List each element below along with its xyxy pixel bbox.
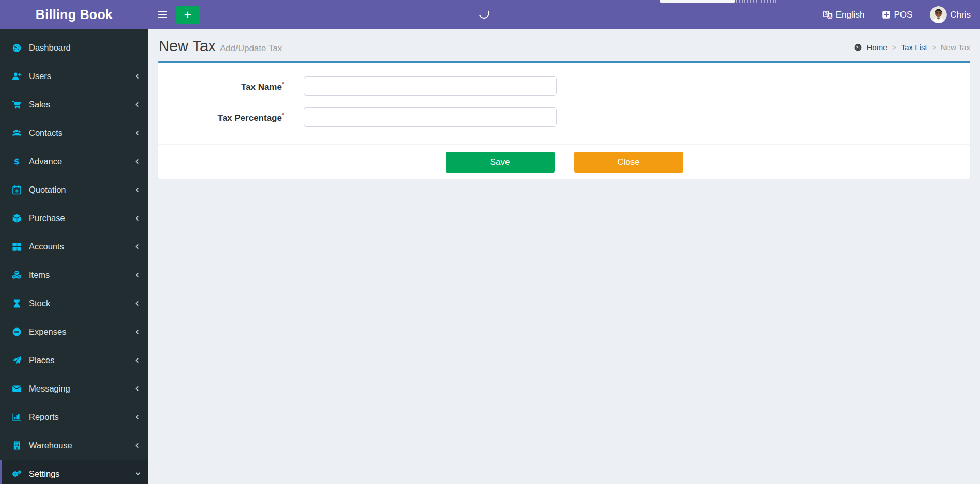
save-button[interactable]: Save bbox=[446, 152, 555, 173]
pos-label: POS bbox=[894, 10, 912, 20]
sidebar-item-messaging[interactable]: Messaging bbox=[0, 374, 148, 403]
grid-icon bbox=[10, 242, 24, 252]
quick-add-button[interactable]: + bbox=[176, 6, 200, 24]
svg-text:A: A bbox=[828, 13, 832, 19]
user-plus-icon bbox=[10, 71, 24, 81]
chevron-left-icon bbox=[136, 443, 141, 448]
sidebar-item-accounts[interactable]: Accounts bbox=[0, 232, 148, 261]
sidebar-item-sales[interactable]: Sales bbox=[0, 90, 148, 119]
hourglass-icon bbox=[10, 299, 24, 308]
tax-name-label: Tax Name* bbox=[168, 80, 304, 92]
chevron-left-icon bbox=[136, 330, 141, 335]
avatar bbox=[930, 6, 947, 23]
chevron-left-icon bbox=[136, 386, 141, 392]
required-asterisk: * bbox=[282, 111, 284, 119]
user-menu[interactable]: Chris bbox=[930, 6, 971, 23]
page-title: New Tax bbox=[159, 38, 216, 54]
paper-plane-icon bbox=[10, 355, 24, 365]
sidebar-item-users[interactable]: Users bbox=[0, 62, 148, 90]
breadcrumb-tax-list[interactable]: Tax List bbox=[901, 43, 927, 52]
cube-icon bbox=[10, 213, 24, 223]
chevron-left-icon bbox=[136, 301, 141, 306]
chevron-left-icon bbox=[136, 244, 141, 249]
tax-form-body: Tax Name* Tax Percentage* bbox=[158, 63, 970, 144]
sidebar-menu: DashboardUsersSalesContacts$AdvanceQuota… bbox=[0, 34, 148, 484]
language-label: English bbox=[836, 10, 865, 20]
breadcrumb: Home>Tax List>New Tax bbox=[853, 43, 971, 55]
sidebar-item-label: Purchase bbox=[29, 213, 65, 223]
chevron-left-icon bbox=[136, 358, 141, 363]
sidebar-item-dashboard[interactable]: Dashboard bbox=[0, 34, 148, 62]
dashboard-icon bbox=[853, 43, 862, 52]
breadcrumb-separator: > bbox=[892, 43, 896, 52]
sidebar-item-expenses[interactable]: Expenses bbox=[0, 318, 148, 346]
sidebar-item-places[interactable]: Places bbox=[0, 346, 148, 374]
breadcrumb-home[interactable]: Home bbox=[867, 43, 888, 52]
plus-square-icon bbox=[882, 10, 891, 19]
cubes-icon bbox=[10, 270, 24, 280]
sidebar-toggle-icon[interactable] bbox=[158, 9, 167, 20]
top-navbar: Billing Book + A English bbox=[0, 0, 980, 29]
sidebar-item-label: Advance bbox=[29, 157, 62, 166]
sidebar-item-label: Reports bbox=[29, 412, 59, 422]
form-row-tax-percentage: Tax Percentage* bbox=[168, 107, 960, 127]
tax-form-footer: Save Close bbox=[158, 144, 970, 179]
sidebar-item-stock[interactable]: Stock bbox=[0, 289, 148, 318]
page-subtitle: Add/Update Tax bbox=[220, 43, 282, 53]
sidebar-item-label: Accounts bbox=[29, 242, 64, 252]
breadcrumb-new-tax: New Tax bbox=[941, 43, 970, 52]
loading-spinner-icon bbox=[477, 6, 491, 20]
chevron-left-icon bbox=[136, 102, 141, 107]
form-row-tax-name: Tax Name* bbox=[168, 76, 960, 96]
app-logo[interactable]: Billing Book bbox=[0, 0, 148, 29]
sidebar-item-reports[interactable]: Reports bbox=[0, 403, 148, 431]
language-icon: A bbox=[823, 10, 833, 20]
envelope-icon bbox=[10, 384, 24, 394]
sidebar-item-label: Warehouse bbox=[29, 441, 72, 450]
tax-percentage-input[interactable] bbox=[304, 107, 557, 127]
sidebar-item-label: Quotation bbox=[29, 185, 66, 195]
browser-tooltip-artifact-fade bbox=[735, 0, 778, 3]
sidebar-item-label: Settings bbox=[29, 469, 60, 479]
chevron-left-icon bbox=[136, 159, 141, 164]
sidebar-item-label: Items bbox=[29, 270, 50, 280]
chevron-left-icon bbox=[136, 415, 141, 420]
tax-form-panel: Tax Name* Tax Percentage* Save Close bbox=[158, 61, 970, 179]
chevron-left-icon bbox=[136, 216, 141, 221]
gears-icon bbox=[10, 469, 24, 479]
sidebar-item-label: Contacts bbox=[29, 128, 62, 138]
sidebar-item-contacts[interactable]: Contacts bbox=[0, 119, 148, 147]
chevron-down-icon bbox=[136, 471, 141, 476]
chevron-left-icon bbox=[136, 131, 141, 136]
sidebar-item-advance[interactable]: $Advance bbox=[0, 147, 148, 176]
chevron-left-icon bbox=[136, 188, 141, 193]
sidebar-item-label: Places bbox=[29, 355, 55, 365]
pos-button[interactable]: POS bbox=[882, 10, 912, 20]
sidebar-item-quotation[interactable]: Quotation bbox=[0, 176, 148, 204]
breadcrumb-separator: > bbox=[932, 43, 936, 52]
sidebar-item-settings[interactable]: Settings bbox=[0, 460, 148, 484]
sidebar-item-items[interactable]: Items bbox=[0, 261, 148, 289]
sidebar-item-warehouse[interactable]: Warehouse bbox=[0, 431, 148, 460]
minus-circle-icon bbox=[10, 327, 24, 337]
tax-percentage-label: Tax Percentage* bbox=[168, 111, 304, 123]
tax-name-input[interactable] bbox=[304, 76, 557, 96]
main-content: New TaxAdd/Update Tax Home>Tax List>New … bbox=[148, 29, 980, 484]
sidebar-item-label: Users bbox=[29, 71, 51, 81]
close-button[interactable]: Close bbox=[574, 152, 683, 173]
required-asterisk: * bbox=[282, 80, 284, 88]
page-heading: New TaxAdd/Update Tax bbox=[159, 38, 282, 55]
sidebar-item-purchase[interactable]: Purchase bbox=[0, 204, 148, 232]
browser-tooltip-artifact bbox=[660, 0, 735, 3]
chevron-left-icon bbox=[136, 273, 141, 278]
sidebar-item-label: Messaging bbox=[29, 384, 70, 394]
bar-chart-icon bbox=[10, 412, 24, 422]
user-name: Chris bbox=[950, 10, 971, 20]
language-menu[interactable]: A English bbox=[823, 10, 865, 20]
sidebar-item-label: Expenses bbox=[29, 327, 66, 337]
dollar-icon: $ bbox=[10, 157, 24, 166]
sidebar-item-label: Dashboard bbox=[29, 43, 71, 53]
dashboard-icon bbox=[10, 43, 24, 53]
chevron-left-icon bbox=[136, 74, 141, 79]
sidebar: DashboardUsersSalesContacts$AdvanceQuota… bbox=[0, 29, 148, 484]
